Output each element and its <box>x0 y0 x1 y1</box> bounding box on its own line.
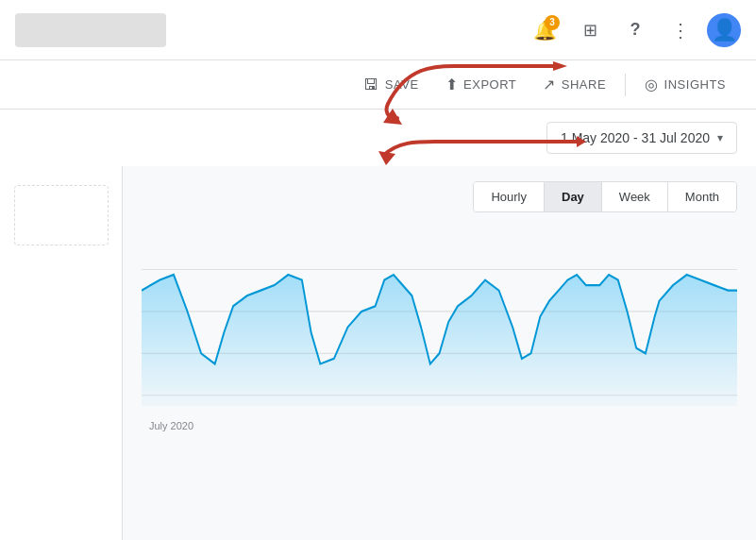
logo-placeholder <box>15 13 166 47</box>
save-button[interactable]: 🖫 SAVE <box>352 69 429 101</box>
export-icon: ⬆ <box>445 76 459 93</box>
time-controls: Hourly Day Week Month <box>142 181 737 212</box>
date-range-button[interactable]: 1 May 2020 - 31 Jul 2020 ▾ <box>546 122 737 154</box>
hourly-button[interactable]: Hourly <box>474 182 545 211</box>
export-button[interactable]: ⬆ EXPORT <box>434 68 529 101</box>
help-icon: ? <box>630 20 641 40</box>
insights-label: INSIGHTS <box>664 77 726 92</box>
export-label: EXPORT <box>463 77 516 92</box>
time-btn-group: Hourly Day Week Month <box>473 181 737 212</box>
insights-icon: ◎ <box>645 76 659 93</box>
toolbar: 🖫 SAVE ⬆ EXPORT ↗ SHARE ◎ INSIGHTS <box>0 60 756 110</box>
sidebar <box>0 166 123 540</box>
avatar-icon: 👤 <box>712 18 737 42</box>
day-button[interactable]: Day <box>545 182 602 211</box>
insights-button[interactable]: ◎ INSIGHTS <box>633 68 737 101</box>
content: Hourly Day Week Month <box>0 166 756 540</box>
header: 🔔 3 ⊞ ? ⋮ 👤 <box>0 0 756 60</box>
avatar[interactable]: 👤 <box>707 13 741 47</box>
apps-button[interactable]: ⊞ <box>571 11 609 49</box>
notification-button[interactable]: 🔔 3 <box>526 11 563 49</box>
share-icon: ↗ <box>543 76 556 93</box>
date-range-text: 1 May 2020 - 31 Jul 2020 <box>561 130 710 145</box>
week-button[interactable]: Week <box>602 182 668 211</box>
chevron-down-icon: ▾ <box>717 131 723 144</box>
save-icon: 🖫 <box>363 76 379 93</box>
month-button[interactable]: Month <box>668 182 736 211</box>
grid-icon: ⊞ <box>583 20 597 41</box>
share-label: SHARE <box>562 77 606 92</box>
toolbar-divider <box>625 74 626 96</box>
sidebar-placeholder <box>14 185 109 245</box>
chart-area <box>142 228 737 416</box>
more-icon: ⋮ <box>671 19 691 42</box>
chart-svg <box>142 228 737 416</box>
notification-badge: 3 <box>545 15 560 30</box>
main-content: Hourly Day Week Month <box>123 166 756 540</box>
header-right: 🔔 3 ⊞ ? ⋮ 👤 <box>526 11 741 49</box>
date-section: 1 May 2020 - 31 Jul 2020 ▾ <box>0 110 756 166</box>
help-button[interactable]: ? <box>616 11 654 49</box>
save-label: SAVE <box>385 77 419 92</box>
chart-x-label: July 2020 <box>142 420 737 431</box>
more-button[interactable]: ⋮ <box>662 11 699 49</box>
share-button[interactable]: ↗ SHARE <box>531 68 617 101</box>
header-left <box>15 13 166 47</box>
